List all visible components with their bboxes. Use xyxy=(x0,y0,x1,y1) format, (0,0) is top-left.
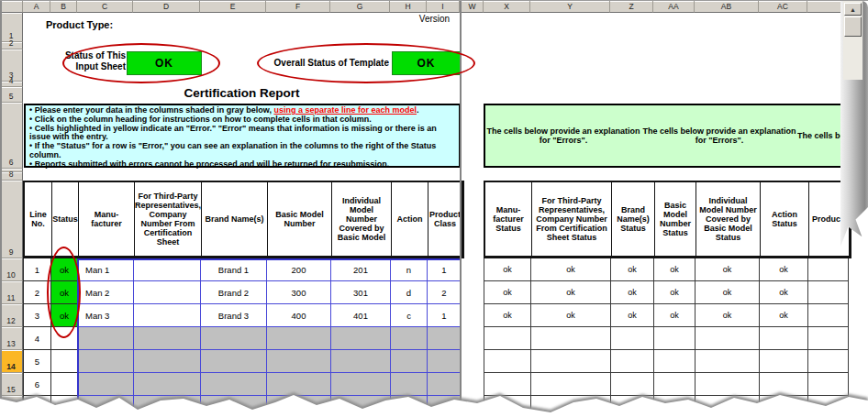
header-action[interactable]: Action xyxy=(392,182,428,257)
cell-third-party-status[interactable] xyxy=(531,327,611,350)
row-header-16[interactable]: 16 xyxy=(0,396,23,415)
header-individual-model[interactable]: Individual Model Number Covered by Basic… xyxy=(332,182,392,257)
cell-manufacturer-status[interactable]: ok xyxy=(484,304,531,327)
cell-manufacturer[interactable] xyxy=(78,373,134,396)
row-header-8[interactable]: 8 xyxy=(0,172,23,181)
scrollbar-up-button[interactable]: ▲ xyxy=(844,3,862,16)
cell-action[interactable] xyxy=(391,373,428,396)
cell-individual-model-status[interactable]: ok xyxy=(696,304,760,327)
cell-basic-model[interactable]: 200 xyxy=(267,258,331,281)
cell-action[interactable]: c xyxy=(391,304,428,327)
header-line-no[interactable]: Line No. xyxy=(25,182,52,257)
cell-third-party[interactable] xyxy=(134,304,201,327)
cell-action-status[interactable] xyxy=(760,350,808,373)
cell-third-party[interactable] xyxy=(134,396,201,417)
cell-manufacturer-status[interactable] xyxy=(484,396,531,417)
header-brand-status[interactable]: Brand Name(s) Status xyxy=(612,182,655,257)
cell-basic-model[interactable]: 300 xyxy=(267,281,331,304)
row-header-5[interactable]: 5 xyxy=(0,87,23,103)
cell-basic-model[interactable]: 400 xyxy=(267,304,331,327)
row-header-15[interactable]: 15 xyxy=(0,373,23,396)
column-header-X[interactable]: X xyxy=(484,1,530,13)
cell-status[interactable]: ok xyxy=(51,281,78,304)
cell-individual-model-status[interactable] xyxy=(696,350,760,373)
cell-individual-model-status[interactable] xyxy=(696,327,760,350)
cell-status[interactable] xyxy=(51,350,78,373)
cell-status[interactable]: ok xyxy=(51,304,78,327)
cell-action[interactable] xyxy=(391,327,428,350)
header-product-class[interactable]: Product Class xyxy=(428,182,462,257)
cell-basic-model-status[interactable]: ok xyxy=(654,258,696,281)
column-header-E[interactable]: E xyxy=(200,1,266,13)
cell-third-party[interactable] xyxy=(134,373,201,396)
cell-individual-model[interactable]: 401 xyxy=(331,304,391,327)
overall-status-cell[interactable]: OK xyxy=(392,51,461,75)
cell-line-no[interactable]: 3 xyxy=(24,304,51,327)
cell-basic-model[interactable] xyxy=(267,327,331,350)
cell-brand-status[interactable]: ok xyxy=(611,304,654,327)
cell-action[interactable]: d xyxy=(391,281,428,304)
cell-third-party-status[interactable] xyxy=(531,373,611,396)
cell-manufacturer[interactable] xyxy=(78,350,134,373)
cell-brand[interactable] xyxy=(201,396,267,417)
cell-manufacturer[interactable]: Man 2 xyxy=(78,281,134,304)
cell-brand[interactable] xyxy=(201,350,267,373)
cell-individual-model[interactable] xyxy=(331,396,391,417)
column-header-AA[interactable]: AA xyxy=(653,1,695,13)
cell-status[interactable] xyxy=(51,396,78,417)
header-status[interactable]: Status xyxy=(52,182,79,257)
cell-brand-status[interactable]: ok xyxy=(611,281,654,304)
cell-individual-model[interactable] xyxy=(331,327,391,350)
cell-product-class[interactable]: 2 xyxy=(428,281,462,304)
cell-status[interactable]: ok xyxy=(51,258,78,281)
cell-manufacturer-status[interactable]: ok xyxy=(484,281,531,304)
column-header-F[interactable]: F xyxy=(266,1,330,13)
column-header-partial[interactable] xyxy=(807,1,842,13)
cell-action-status[interactable]: ok xyxy=(760,281,808,304)
cell-basic-model-status[interactable] xyxy=(654,350,696,373)
header-basic-model-status[interactable]: Basic Model Number Status xyxy=(655,182,696,257)
header-manufacturer-status[interactable]: Manu-facturer Status xyxy=(485,182,532,257)
header-manufacturer[interactable]: Manu-facturer xyxy=(79,182,135,257)
cell-individual-model[interactable] xyxy=(331,350,391,373)
cell-third-party[interactable] xyxy=(134,327,201,350)
cell-brand[interactable]: Brand 3 xyxy=(201,304,267,327)
cell-manufacturer-status[interactable] xyxy=(484,327,531,350)
cell-third-party[interactable] xyxy=(134,350,201,373)
cell-manufacturer-status[interactable]: ok xyxy=(484,258,531,281)
cell-status[interactable] xyxy=(51,327,78,350)
column-header-H[interactable]: H xyxy=(390,1,427,13)
cell-third-party-status[interactable]: ok xyxy=(531,304,611,327)
cell-action[interactable] xyxy=(391,396,428,417)
header-brand[interactable]: Brand Name(s) xyxy=(202,182,268,257)
cell-manufacturer-status[interactable] xyxy=(484,373,531,396)
cell-product-class-status[interactable] xyxy=(808,281,849,304)
cell-action[interactable]: n xyxy=(391,258,428,281)
cell-line-no[interactable]: 1 xyxy=(24,258,51,281)
cell-product-class[interactable] xyxy=(428,396,462,417)
cell-individual-model-status[interactable]: ok xyxy=(696,281,760,304)
row-header-13[interactable]: 13 xyxy=(0,327,23,350)
cell-brand[interactable] xyxy=(201,327,267,350)
cell-basic-model-status[interactable]: ok xyxy=(654,304,696,327)
cell-third-party[interactable] xyxy=(134,258,201,281)
cell-product-class[interactable] xyxy=(428,350,462,373)
select-all-corner[interactable] xyxy=(0,1,23,13)
row-header-10[interactable]: 10 xyxy=(0,258,23,281)
header-third-party[interactable]: For Third-Party Representatives, Company… xyxy=(135,182,202,257)
cell-individual-model[interactable]: 301 xyxy=(331,281,391,304)
cell-third-party[interactable] xyxy=(134,281,201,304)
column-header-G[interactable]: G xyxy=(330,1,390,13)
cell-product-class-status[interactable] xyxy=(808,396,849,417)
cell-basic-model-status[interactable] xyxy=(654,327,696,350)
cell-individual-model-status[interactable]: ok xyxy=(696,258,760,281)
cell-product-class[interactable]: 1 xyxy=(428,258,462,281)
cell-line-no[interactable]: 4 xyxy=(24,327,51,350)
cell-action-status[interactable] xyxy=(760,396,808,417)
cell-brand[interactable]: Brand 2 xyxy=(201,281,267,304)
row-header-9[interactable]: 9 xyxy=(0,181,23,258)
column-header-Z[interactable]: Z xyxy=(610,1,653,13)
cell-brand[interactable]: Brand 1 xyxy=(201,258,267,281)
column-header-C[interactable]: C xyxy=(77,1,133,13)
cell-individual-model-status[interactable] xyxy=(696,396,760,417)
